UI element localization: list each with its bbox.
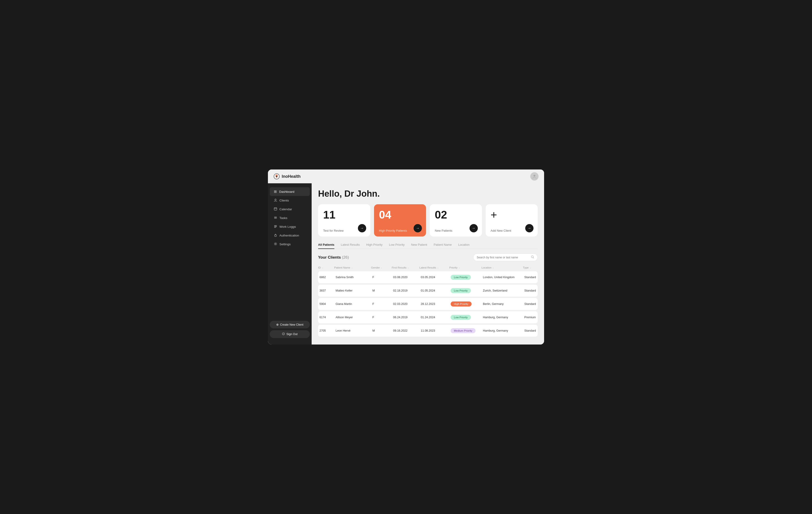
priority-badge: Low Priority xyxy=(451,315,471,320)
cell-id: 2705 xyxy=(318,329,334,332)
stats-row: 11 Test for Review → 04 High Priority Pa… xyxy=(318,204,538,237)
svg-rect-5 xyxy=(274,235,277,237)
sort-arrow-first-results[interactable]: ⌄ xyxy=(407,266,409,269)
sort-arrow-type[interactable]: ⌄ xyxy=(530,266,531,269)
cell-first-results: 06.24.2019 xyxy=(392,316,419,319)
stat-number-0: 11 xyxy=(323,209,365,220)
sidebar-item-work-loggs[interactable]: Work Loggs xyxy=(270,222,310,231)
create-label: Create New Client xyxy=(280,323,303,326)
sort-arrow-name[interactable]: ⌄ xyxy=(351,266,353,269)
cell-location: Zurich, Switzerland xyxy=(482,289,523,292)
cell-first-results: 02.03.2020 xyxy=(392,302,419,305)
stat-arrow-0[interactable]: → xyxy=(358,224,366,232)
stat-card-new-patients[interactable]: 02 New Patients → xyxy=(430,204,482,237)
priority-badge: Low Priority xyxy=(451,275,471,280)
search-icon[interactable] xyxy=(531,255,534,259)
tab-latest-results[interactable]: Latest Results xyxy=(341,243,360,249)
clients-title: Your Clients (26) xyxy=(318,255,349,260)
top-bar: InoHealth xyxy=(268,169,544,183)
clients-header: Your Clients (26) xyxy=(318,253,538,261)
svg-rect-4 xyxy=(274,208,277,210)
cell-first-results: 03.08.2020 xyxy=(392,276,419,279)
sidebar-label-dashboard: Dashboard xyxy=(279,190,294,193)
search-box[interactable] xyxy=(473,253,538,261)
svg-point-2 xyxy=(533,175,535,177)
cell-latest-results: 03.05.2024 xyxy=(419,276,449,279)
sidebar-label-work-loggs: Work Loggs xyxy=(280,225,296,228)
cell-latest-results: 28.12.2023 xyxy=(419,302,449,305)
cell-name: Leon Hervé xyxy=(334,329,371,332)
table-row: 3837 Matteo Keller M 02.18.2019 01.05.20… xyxy=(318,285,538,297)
cell-priority: Low Priority xyxy=(449,315,482,320)
svg-point-8 xyxy=(531,256,533,258)
tab-location[interactable]: Location xyxy=(458,243,469,249)
user-avatar[interactable] xyxy=(530,172,539,181)
authentication-icon xyxy=(274,234,277,238)
cell-location: Hamburg, Germany xyxy=(482,329,523,332)
work-loggs-icon xyxy=(274,225,277,229)
col-header-type: Type ⌄ xyxy=(523,266,544,269)
stat-card-high-priority[interactable]: 04 High Priority Patients → xyxy=(374,204,426,237)
cell-type: Standard xyxy=(523,302,544,305)
col-header-priority: Priority ⌄ xyxy=(449,266,482,269)
sidebar-label-calendar: Calendar xyxy=(280,208,292,211)
sort-arrow-location[interactable]: ⌄ xyxy=(492,266,494,269)
sort-arrow-id[interactable]: ⌄ xyxy=(322,266,324,269)
patients-table: ID ⌄ Patient Name ⌄ Gender ⌄ First Resul… xyxy=(318,265,538,337)
sort-arrow-priority[interactable]: ⌄ xyxy=(459,266,460,269)
sidebar-item-settings[interactable]: Settings xyxy=(270,240,310,248)
search-input[interactable] xyxy=(477,256,529,259)
clients-count: (26) xyxy=(342,255,349,260)
sidebar-nav: ⊞ Dashboard Clients Calendar xyxy=(268,187,312,318)
tab-all-patients[interactable]: All Patients xyxy=(318,243,335,249)
sidebar-item-clients[interactable]: Clients xyxy=(270,196,310,205)
tab-high-priority[interactable]: High Priority xyxy=(366,243,382,249)
stat-arrow-1[interactable]: → xyxy=(414,224,422,232)
stat-number-1: 04 xyxy=(379,209,421,220)
tab-new-patient[interactable]: New Patient xyxy=(411,243,427,249)
cell-location: Berlin, Germany xyxy=(482,302,523,305)
cell-first-results: 02.18.2019 xyxy=(392,289,419,292)
tasks-icon xyxy=(274,216,277,220)
sidebar-label-settings: Settings xyxy=(280,243,291,246)
sort-arrow-latest-results[interactable]: ⌄ xyxy=(437,266,439,269)
col-header-id: ID ⌄ xyxy=(318,266,334,269)
patient-rows-container: 6862 Sabrina Smith F 03.08.2020 03.05.20… xyxy=(318,271,538,337)
sidebar-item-tasks[interactable]: Tasks xyxy=(270,214,310,222)
cell-gender: F xyxy=(371,316,392,319)
tab-low-priority[interactable]: Low Priority xyxy=(389,243,405,249)
cell-gender: M xyxy=(371,329,392,332)
table-row: 2705 Leon Hervé M 09.16.2022 11.08.2023 … xyxy=(318,325,538,337)
stat-arrow-3[interactable]: → xyxy=(525,224,533,232)
cell-id: 3837 xyxy=(318,289,334,292)
tab-patient-name[interactable]: Patient Name xyxy=(434,243,452,249)
logo-icon xyxy=(273,173,280,180)
table-row: 6862 Sabrina Smith F 03.08.2020 03.05.20… xyxy=(318,271,538,283)
sidebar-item-dashboard[interactable]: ⊞ Dashboard xyxy=(270,187,310,196)
sort-arrow-gender[interactable]: ⌄ xyxy=(381,266,382,269)
stat-arrow-2[interactable]: → xyxy=(469,224,478,232)
cell-gender: M xyxy=(371,289,392,292)
sidebar-bottom: ⊕ Create New Client Sign Out xyxy=(268,318,312,341)
table-row: 5904 Giana Martin F 02.03.2020 28.12.202… xyxy=(318,298,538,310)
stat-number-2: 02 xyxy=(435,209,477,220)
create-new-client-button[interactable]: ⊕ Create New Client xyxy=(270,321,310,328)
app-frame: InoHealth ⊞ Dashboard Clients xyxy=(268,169,544,345)
calendar-icon xyxy=(274,207,277,211)
col-header-latest-results: Latest Results ⌄ xyxy=(419,266,449,269)
stat-card-add-client[interactable]: + Add New Client → xyxy=(486,204,538,237)
cell-location: London, United Kingdom xyxy=(482,276,523,279)
sidebar-item-authentication[interactable]: Authentication xyxy=(270,231,310,240)
cell-type: Standard xyxy=(523,289,544,292)
sign-out-button[interactable]: Sign Out xyxy=(270,330,310,338)
logo: InoHealth xyxy=(273,173,300,180)
sidebar-item-calendar[interactable]: Calendar xyxy=(270,205,310,214)
cell-priority: Medium Priority xyxy=(449,328,482,333)
cell-latest-results: 11.08.2023 xyxy=(419,329,449,332)
table-header: ID ⌄ Patient Name ⌄ Gender ⌄ First Resul… xyxy=(318,265,538,270)
priority-badge: High Priority xyxy=(451,301,472,306)
sidebar: ⊞ Dashboard Clients Calendar xyxy=(268,183,312,345)
svg-point-1 xyxy=(276,176,277,177)
stat-card-test-review[interactable]: 11 Test for Review → xyxy=(318,204,370,237)
svg-point-3 xyxy=(275,199,276,200)
